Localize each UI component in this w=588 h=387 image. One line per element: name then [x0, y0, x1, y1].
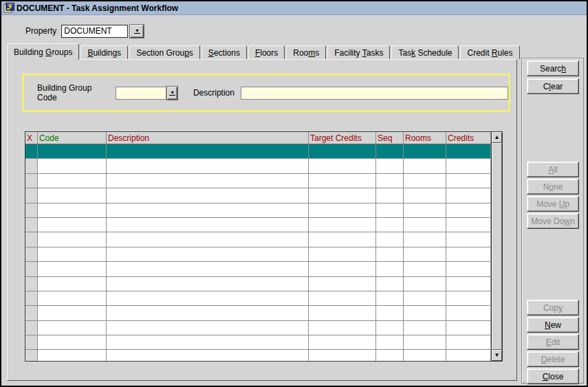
table-row[interactable]: [25, 144, 491, 159]
table-cell: [446, 188, 491, 202]
description-input[interactable]: [241, 87, 508, 100]
table-cell: [404, 144, 446, 158]
table-cell: [38, 262, 107, 276]
tab-task-schedule[interactable]: Task Schedule: [391, 45, 459, 59]
tab-sections[interactable]: Sections: [202, 45, 247, 59]
tab-section-groups[interactable]: Section Groups: [129, 45, 200, 59]
building-group-code-input[interactable]: [116, 87, 166, 100]
table-cell: [25, 174, 38, 188]
column-header-credits[interactable]: Credits: [446, 132, 491, 144]
move-up-button: Move Up: [527, 196, 579, 212]
table-cell: [38, 350, 107, 361]
building-groups-panel: Building Group Code ▼ Description XCodeD…: [7, 59, 517, 381]
search-button[interactable]: Search: [527, 60, 579, 76]
table-cell: [404, 232, 446, 246]
tab-credit-rules[interactable]: Credit Rules: [460, 45, 519, 59]
table-row[interactable]: [25, 203, 491, 218]
table-cell: [38, 218, 107, 232]
table-cell: [309, 350, 376, 361]
table-cell: [107, 247, 309, 261]
table-cell: [376, 188, 404, 202]
table-cell: [376, 247, 404, 261]
clear-button[interactable]: Clear: [527, 78, 579, 94]
table-row[interactable]: [25, 262, 491, 276]
table-cell: [404, 321, 446, 335]
table-cell: [25, 306, 38, 320]
table-cell: [25, 277, 38, 291]
window-form-icon: [3, 3, 14, 13]
table-cell: [404, 159, 446, 173]
scrollbar-thumb[interactable]: [492, 143, 502, 350]
table-row[interactable]: [25, 306, 491, 320]
table-cell: [446, 218, 491, 232]
column-header-x[interactable]: X: [25, 132, 38, 144]
delete-button: Delete: [527, 351, 579, 367]
table-cell: [309, 247, 376, 261]
column-header-description[interactable]: Description: [107, 132, 309, 144]
column-header-rooms[interactable]: Rooms: [404, 132, 446, 144]
scroll-down-button[interactable]: ▼: [492, 350, 502, 361]
new-button[interactable]: New: [527, 317, 579, 333]
column-header-seq[interactable]: Seq: [376, 132, 404, 144]
close-button[interactable]: Close: [527, 368, 579, 384]
table-cell: [107, 188, 309, 202]
column-header-target-credits[interactable]: Target Credits: [309, 132, 376, 144]
property-input[interactable]: [61, 25, 128, 38]
table-cell: [376, 159, 404, 173]
table-row[interactable]: [25, 232, 491, 247]
table-cell: [25, 232, 38, 246]
table-cell: [309, 335, 376, 349]
table-cell: [107, 291, 309, 305]
tab-floors[interactable]: Floors: [248, 45, 285, 59]
description-label: Description: [193, 88, 235, 98]
table-row[interactable]: [25, 321, 491, 335]
table-cell: [107, 321, 309, 335]
table-row[interactable]: [25, 159, 491, 173]
table-cell: [309, 306, 376, 320]
table-cell: [404, 350, 446, 361]
property-dropdown-button[interactable]: ▼: [130, 25, 144, 38]
table-body: [25, 144, 491, 361]
scroll-up-button[interactable]: ▲: [492, 132, 502, 143]
tab-rooms[interactable]: Rooms: [286, 45, 326, 59]
tab-building-groups[interactable]: Building Groups: [7, 43, 79, 60]
table-cell: [309, 188, 376, 202]
table-cell: [404, 306, 446, 320]
table-row[interactable]: [25, 350, 491, 361]
table-row[interactable]: [25, 247, 491, 262]
table-row[interactable]: [25, 174, 491, 188]
table-cell: [107, 277, 309, 291]
table-cell: [446, 247, 491, 261]
table-cell: [404, 188, 446, 202]
table-cell: [25, 247, 38, 261]
building-group-code-dropdown-button[interactable]: ▼: [167, 87, 177, 100]
tab-facility-tasks[interactable]: Facility Tasks: [327, 45, 390, 59]
table-cell: [38, 232, 107, 246]
table-cell: [309, 218, 376, 232]
table-cell: [38, 159, 107, 173]
table-cell: [38, 144, 107, 158]
column-header-code[interactable]: Code: [38, 132, 107, 144]
table-cell: [25, 335, 38, 349]
table-cell: [309, 144, 376, 158]
table-row[interactable]: [25, 218, 491, 232]
table-cell: [376, 174, 404, 188]
table-cell: [107, 159, 309, 173]
table-cell: [309, 291, 376, 305]
table-cell: [25, 188, 38, 202]
table-row[interactable]: [25, 188, 491, 203]
table-row[interactable]: [25, 335, 491, 350]
table-row[interactable]: [25, 277, 491, 291]
tab-buildings[interactable]: Buildings: [80, 45, 128, 59]
table-cell: [446, 203, 491, 217]
table-cell: [376, 306, 404, 320]
table-scrollbar[interactable]: ▲ ▼: [491, 132, 502, 361]
table-cell: [38, 174, 107, 188]
table-cell: [107, 174, 309, 188]
table-row[interactable]: [25, 291, 491, 306]
tabstrip: Building Groups Buildings Section Groups…: [7, 43, 521, 60]
table-cell: [446, 335, 491, 349]
table-cell: [446, 262, 491, 276]
table-cell: [446, 144, 491, 158]
table-cell: [404, 291, 446, 305]
